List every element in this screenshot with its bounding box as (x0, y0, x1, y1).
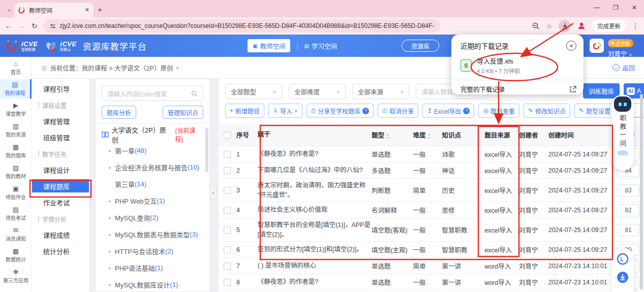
table-row[interactable]: 1 《静夜思》的作者是? 单选题 一般 诗歌 excel导入 刘育宁 2024-… (219, 146, 644, 163)
table-row[interactable]: 7 ( ) 是市场营销的核心 单选题 简单 第一讲 word导入 刘育宁 202… (219, 258, 644, 274)
reload-icon[interactable]: ↻ (32, 22, 38, 30)
sidebar-item-textbooks[interactable]: ▧我的教材 (0, 163, 32, 182)
col-difficulty[interactable]: 难度▲▼ (413, 130, 442, 140)
question-stem[interactable]: 下面哪几位是《八仙过海》中的八仙? (258, 166, 372, 175)
download-file-name[interactable]: 导入反馈.xls (477, 56, 520, 66)
row-checkbox[interactable] (224, 151, 231, 158)
panel-collapse-handle[interactable]: « (210, 186, 217, 199)
tree-node-chapter3[interactable]: ▸第三章(14) (102, 176, 203, 192)
table-row[interactable]: 5 智慧职教平台的全称是[填空(1)]，APP是[填空(2)]。 填空题(客观)… (219, 218, 644, 242)
manage-knowledge-button[interactable]: 管理知识点 (163, 106, 203, 119)
download-file-item[interactable]: S 导入反馈.xls 4.0 KB • 7 分钟前 (451, 51, 584, 75)
bookmark-star-icon[interactable]: ☆ (546, 22, 553, 30)
external-link-icon[interactable] (569, 86, 576, 93)
tree-node-mysql-design[interactable]: ▸MySQL数据库设计(1) (102, 276, 203, 292)
nav-teacher-space[interactable]: ▣教师空间 (248, 39, 290, 52)
sidebar-item-my-courses[interactable]: ▤我的课程 (0, 79, 32, 99)
edit-knowledge-button[interactable]: ✎修改知识点 (524, 104, 570, 118)
question-stem[interactable]: 唐太宗时期，政治清明，国力强盛史称“开元盛世”。 (258, 181, 372, 199)
customer-service-icon[interactable] (616, 252, 630, 266)
tab-search-chevron-icon[interactable]: ⌄ (4, 4, 14, 14)
page-scrollbar[interactable] (640, 94, 643, 289)
row-checkbox[interactable] (224, 207, 231, 214)
share-to-school-button[interactable]: ⎙分享至学校题库? (306, 104, 374, 118)
help-icon[interactable]: ? (463, 108, 470, 114)
menu-course-question-bank[interactable]: 课程题库 (32, 179, 89, 192)
window-minimize-icon[interactable]: — (594, 4, 600, 11)
menu-course-guide[interactable]: 课程引导 (32, 82, 89, 95)
window-close-icon[interactable]: ✕ (632, 4, 637, 11)
question-stem[interactable]: 简述社会主义核心价值观 (258, 205, 372, 214)
tree-node-chapter1[interactable]: ▸第一章(48) (102, 142, 203, 159)
sort-arrows-icon[interactable]: ▲▼ (386, 133, 389, 140)
sidebar-item-pending-exams[interactable]: ▨待批考试 (0, 204, 32, 223)
downloads-icon[interactable] (559, 20, 571, 32)
row-checkbox[interactable] (224, 246, 231, 253)
search-icon[interactable] (191, 90, 198, 97)
browser-update-button[interactable]: 完成更新 (592, 20, 626, 32)
table-row[interactable]: 3 唐太宗时期，政治清明，国力强盛史称“开元盛世”。 判断题 简单 历史 exc… (219, 179, 644, 202)
question-stem[interactable]: 《静夜思》的作者是? (258, 149, 372, 158)
row-checkbox[interactable] (224, 167, 231, 174)
sidebar-item-question-bank[interactable]: ▦我的题库 (0, 142, 32, 161)
address-bar[interactable]: zjy2.icve.com.cn/teacher/spoc_courseQues… (44, 19, 440, 33)
profile-icon[interactable] (577, 21, 586, 30)
window-restore-icon[interactable]: ❐ (613, 4, 619, 11)
filter-source-select[interactable]: 全部来源∨ (352, 84, 409, 99)
browser-tab[interactable]: 教师空间 ✕ (14, 3, 94, 17)
select-all-checkbox[interactable] (224, 132, 231, 139)
sidebar-item-classroom[interactable]: ▶课堂教学 (0, 100, 32, 119)
row-checkbox[interactable] (224, 187, 231, 194)
sort-order-input[interactable] (617, 204, 639, 216)
menu-course-grades[interactable]: 课程成绩 (32, 228, 89, 241)
tab-close-icon[interactable]: ✕ (85, 7, 89, 13)
tree-scrollbar[interactable] (205, 127, 208, 172)
forward-icon[interactable]: → (18, 22, 25, 30)
back-icon[interactable]: ← (5, 22, 12, 30)
menu-course-design[interactable]: 课程设计 (32, 163, 89, 176)
new-tab-button[interactable]: + (98, 5, 102, 14)
nav-learning-space[interactable]: ▤学习空间 (304, 41, 337, 51)
table-row[interactable]: 2 下面哪几位是《八仙过海》中的八仙? 多选题 一般 神话 excel导入 刘育… (219, 163, 644, 179)
back-button[interactable]: ← 返回 (612, 63, 635, 73)
import-button[interactable]: ⇩导入∨ (268, 104, 302, 118)
menu-homework-exams[interactable]: 作业考试 (32, 196, 89, 209)
bank-analysis-button[interactable]: 题库分析 (102, 106, 136, 119)
row-checkbox[interactable] (224, 226, 231, 234)
help-icon[interactable]: ? (362, 108, 369, 114)
tree-node-http-session[interactable]: ▸HTTP与会话技术(2) (102, 243, 203, 259)
sidebar-item-third-party[interactable]: ❖第三方应用 (0, 267, 32, 286)
sidebar-item-pending-homework[interactable]: ▣待批作业 (0, 183, 32, 203)
sidebar-item-messages[interactable]: ✉消息通知 (0, 225, 32, 244)
menu-statistical-analysis[interactable]: 统计分析 (32, 244, 89, 257)
zoom-icon[interactable] (532, 22, 540, 30)
add-question-button[interactable]: +新增题目 (225, 104, 264, 118)
tree-node-mysql-tables[interactable]: ▸MySQL数据表与数据类型(3) (102, 226, 203, 243)
tree-node-php-web[interactable]: ▸PHP Web交互(1) (102, 192, 203, 209)
breadcrumb-caret-icon[interactable]: ∨ (175, 65, 179, 71)
tree-node-mysql-query[interactable]: ▸MySQL查询(2) (102, 209, 203, 226)
train-question-bank-button[interactable]: 训练题库 (583, 83, 620, 99)
assistant-widget[interactable]: 职教一问 (611, 94, 634, 171)
tree-node-php-syntax[interactable]: ▸PHP语法基础(1) (102, 259, 203, 276)
filter-difficulty-select[interactable]: 全部难度∨ (289, 84, 346, 99)
duplicate-check-button[interactable]: ◎题目查重 (478, 104, 519, 118)
sidebar-item-home[interactable]: ⌂首页 (0, 58, 32, 78)
tree-root-course[interactable]: 大学语文（2P）原创 (当前课程) (102, 127, 203, 142)
menu-class-management[interactable]: 班级管理 (32, 131, 89, 144)
user-avatar[interactable] (590, 39, 604, 53)
cancel-share-button[interactable]: ⎚取消分享 (378, 104, 418, 118)
table-row[interactable]: 4 简述社会主义核心价值观 名词解释 一般 思修 excel导入 刘育宁 202… (219, 202, 644, 218)
breadcrumb-path[interactable]: 我的课程 > 大学语文（2P）原创 (82, 63, 173, 73)
excel-export-button[interactable]: ↥Excel导出? (422, 104, 474, 118)
download-popup-footer[interactable]: 完整的下载记录 (451, 80, 584, 94)
question-stem[interactable]: 《静夜思》的作者是? (258, 277, 372, 286)
sort-order-input[interactable] (617, 224, 639, 236)
row-checkbox[interactable] (224, 263, 231, 270)
type-settings-button[interactable]: ✎题型设置 (574, 104, 615, 118)
sidebar-item-resources[interactable]: ▥我的资源 (0, 121, 32, 140)
browser-menu-icon[interactable]: ⋮ (632, 22, 639, 30)
table-row[interactable]: 8 《静夜思》的作者是? 单选题 一般 第一讲 word导入 刘育宁 2024-… (219, 274, 644, 290)
table-row[interactable]: 6 签到的形式分为[填空(1)]和[填空(2)]。 填空题(主观) 一般 智慧职… (219, 242, 644, 258)
question-stem[interactable]: 签到的形式分为[填空(1)]和[填空(2)]。 (258, 245, 372, 254)
